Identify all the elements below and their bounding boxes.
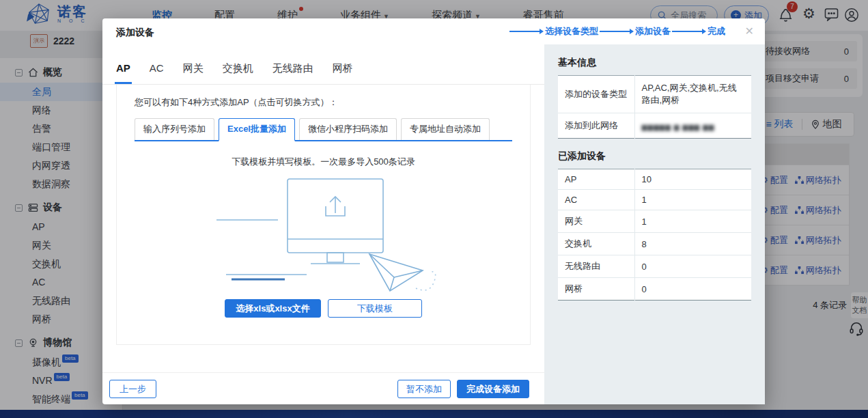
step-line [509,31,540,32]
device-type-value: AP,AC,网关,交换机,无线路由,网桥 [634,76,751,113]
method-tab-wechat-scan[interactable]: 微信小程序扫码添加 [299,118,397,140]
upload-buttons: 选择xls或xlsx文件 下载模板 [135,299,512,318]
table-row: AP10 [558,169,751,190]
step-line [600,31,630,32]
table-row: AC1 [558,190,751,210]
count-value: 1 [634,210,751,233]
modal-footer: 上一步 暂不添加 完成设备添加 [102,372,544,404]
method-tab-auto-address[interactable]: 专属地址自动添加 [401,118,490,140]
table-row: 无线路由0 [558,255,751,278]
added-devices-table: AP10 AC1 网关1 交换机8 无线路由0 网桥0 [558,169,751,301]
target-network-value-redacted: ▆▆▆▆▆ ▆ ▆▆▆ ▆▆ [642,123,715,130]
device-type-label: 添加的设备类型 [558,76,634,113]
tab-switch[interactable]: 交换机 [223,62,253,84]
table-row: 添加的设备类型 AP,AC,网关,交换机,无线路由,网桥 [558,76,751,113]
template-hint: 下载模板并填写模板。一次最多导入500条记录 [135,156,512,168]
step-arrow-icon [540,29,544,34]
stepper: 选择设备类型 添加设备 完成 [509,18,727,44]
method-tab-serial[interactable]: 输入序列号添加 [135,118,214,140]
table-row: 添加到此网络 ▆▆▆▆▆ ▆ ▆▆▆ ▆▆ [558,113,751,139]
skip-add-button[interactable]: 暂不添加 [397,380,451,398]
step-line [672,31,702,32]
added-devices-title: 已添加设备 [558,150,751,163]
basic-info-table: 添加的设备类型 AP,AC,网关,交换机,无线路由,网桥 添加到此网络 ▆▆▆▆… [558,75,751,139]
tab-ap[interactable]: AP [116,62,130,84]
table-row: 交换机8 [558,233,751,255]
tab-wireless-router[interactable]: 无线路由 [272,62,313,84]
step-select-type: 选择设备类型 [545,25,598,38]
target-network-label: 添加到此网络 [558,113,634,139]
table-row: 网桥0 [558,278,751,301]
excel-import-panel: 下载模板并填写模板。一次最多导入500条记录 [135,156,512,318]
tab-ac[interactable]: AC [150,62,164,84]
modal-left-column: AP AC 网关 交换机 无线路由 网桥 您可以有如下4种方式添加AP（点击可切… [102,44,544,404]
count-value: 8 [634,233,751,255]
table-row: 网关1 [558,210,751,233]
count-value: 1 [634,190,751,210]
add-method-box: 您可以有如下4种方式添加AP（点击可切换方式）： 输入序列号添加 Excel批量… [116,85,531,345]
device-type-tabs: AP AC 网关 交换机 无线路由 网桥 [102,44,544,85]
upload-illustration [211,173,436,295]
tab-bridge[interactable]: 网桥 [333,62,353,84]
download-template-button[interactable]: 下载模板 [328,299,422,318]
previous-step-button[interactable]: 上一步 [109,380,156,398]
step-arrow-icon [702,29,706,34]
add-device-modal: 添加设备 选择设备类型 添加设备 完成 ✕ AP AC 网关 交换机 无线路由 … [102,18,765,404]
step-arrow-icon [630,29,634,34]
count-value: 10 [634,169,751,190]
tab-gateway[interactable]: 网关 [183,62,204,84]
finish-add-button[interactable]: 完成设备添加 [457,380,529,398]
app-screen: 诺客 N O C 监控 配置 维护 业务组件▼ 探索频道▼ 睿哥售前 全局搜索 … [0,0,868,418]
choose-file-button[interactable]: 选择xls或xlsx文件 [225,299,320,318]
modal-summary-panel: 基本信息 添加的设备类型 AP,AC,网关,交换机,无线路由,网桥 添加到此网络… [544,44,765,404]
method-tabs: 输入序列号添加 Excel批量添加 微信小程序扫码添加 专属地址自动添加 [135,118,512,141]
modal-title: 添加设备 [116,27,154,39]
modal-header: 添加设备 选择设备类型 添加设备 完成 ✕ [102,18,765,44]
close-icon[interactable]: ✕ [745,25,754,38]
step-add-device: 添加设备 [635,25,671,38]
method-intro-text: 您可以有如下4种方式添加AP（点击可切换方式）： [135,96,512,109]
step-done: 完成 [708,25,725,38]
method-tab-excel[interactable]: Excel批量添加 [219,118,295,141]
count-value: 0 [634,278,751,301]
count-value: 0 [634,255,751,278]
basic-info-title: 基本信息 [558,57,751,69]
